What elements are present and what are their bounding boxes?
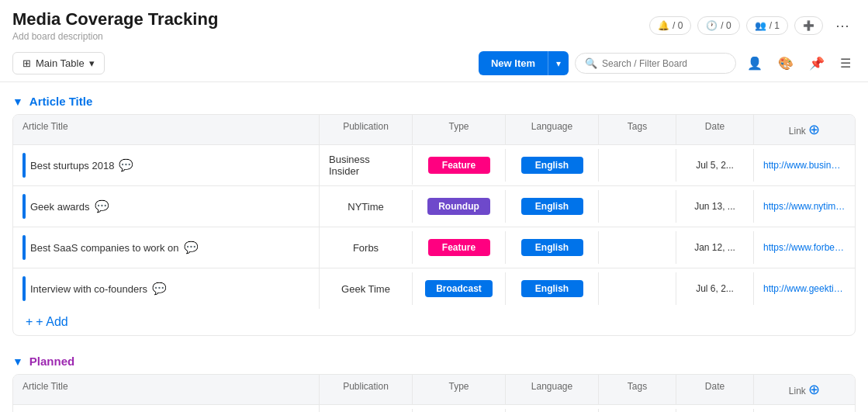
row-link: http://www.geektim... (754, 272, 855, 305)
row-title-cell: Best SaaS companies to work on 💬 (13, 227, 320, 268)
link-value[interactable]: https://www.nytime... (763, 201, 846, 212)
article-add-row[interactable]: + + Add (13, 309, 855, 335)
row-title: Geek awards (30, 201, 90, 213)
notifications-btn[interactable]: 🔔 / 0 (649, 16, 691, 35)
type-badge[interactable]: Feature (428, 239, 490, 256)
toolbar: ⊞ Main Table ▾ New Item ▾ 🔍 👤 🎨 📌 ☰ (0, 45, 868, 82)
row-publication: NYTime (320, 190, 413, 223)
table-row[interactable]: Best sturtups 2018 💬 Business Insider Fe… (13, 145, 855, 186)
row-language: English (506, 190, 599, 223)
invite-btn[interactable]: ➕ (794, 16, 823, 35)
new-item-btn[interactable]: New Item (479, 51, 548, 75)
link-value[interactable]: https://www.forbes... (763, 242, 846, 253)
table-row[interactable]: Best SaaS companies to work on 💬 Forbs F… (13, 227, 855, 268)
comment-icon[interactable]: 💬 (119, 158, 133, 172)
people-count: / 1 (769, 20, 780, 31)
row-type: Broadcast (413, 409, 506, 412)
row-publication: Business Insider (320, 146, 413, 185)
row-type: Broadcast (413, 272, 506, 305)
add-row-label: + Add (36, 315, 67, 329)
row-language: English (506, 272, 599, 305)
col-type: Type (413, 115, 506, 144)
row-indicator (22, 194, 26, 219)
row-link: http://www.busines... (754, 149, 855, 182)
row-tags (599, 272, 676, 305)
row-title: Best SaaS companies to work on (30, 242, 179, 254)
add-person-icon: ➕ (803, 20, 814, 31)
planned-col-date: Date (676, 375, 754, 404)
language-badge[interactable]: English (521, 157, 583, 174)
user-filter-btn[interactable]: 👤 (742, 53, 767, 74)
main-content: ▼ Article Title Article Title Publicatio… (0, 82, 868, 412)
article-chevron-icon[interactable]: ▼ (12, 95, 23, 108)
row-indicator (22, 235, 26, 260)
planned-group-header: ▼ Planned (12, 355, 856, 368)
row-type: Feature (413, 149, 506, 182)
planned-group-title: Planned (29, 355, 74, 368)
language-badge[interactable]: English (521, 280, 583, 297)
type-badge[interactable]: Roundup (427, 198, 490, 215)
theme-btn[interactable]: 🎨 (773, 53, 798, 74)
row-date: Jul 5, 2... (676, 149, 754, 182)
planned-rows: Funding round 💬 Forbs Broadcast English … (13, 405, 855, 412)
row-publication: Geek Time (320, 272, 413, 305)
row-tags (599, 231, 676, 264)
row-indicator (22, 153, 26, 178)
row-title: Best sturtups 2018 (30, 160, 114, 171)
bell-icon: 🔔 (658, 20, 669, 31)
comment-icon[interactable]: 💬 (152, 282, 167, 296)
row-language: English (506, 149, 599, 182)
col-date: Date (676, 115, 754, 144)
col-publication: Publication (320, 115, 413, 144)
row-link: https://www.nytime... (754, 190, 855, 223)
row-language: English (506, 231, 599, 264)
row-tags (599, 190, 676, 223)
language-badge[interactable]: English (521, 198, 583, 215)
new-item-dropdown-btn[interactable]: ▾ (548, 51, 569, 75)
planned-add-column-btn[interactable]: ⊕ (808, 381, 820, 398)
add-column-btn[interactable]: ⊕ (808, 121, 820, 138)
page-subtitle[interactable]: Add board description (12, 31, 218, 42)
clock-icon: 🕐 (706, 20, 718, 31)
toolbar-left: ⊞ Main Table ▾ (12, 52, 105, 74)
comment-icon[interactable]: 💬 (95, 199, 109, 213)
people-btn[interactable]: 👥 / 1 (746, 16, 788, 35)
type-badge[interactable]: Broadcast (425, 280, 493, 297)
row-title-cell: Funding round 💬 (13, 405, 320, 412)
row-link: https://www.forbes... (754, 409, 855, 412)
type-badge[interactable]: Feature (428, 157, 490, 174)
table-row[interactable]: Geek awards 💬 NYTime Roundup English Jun… (13, 186, 855, 227)
more-options-btn[interactable]: ⋯ (829, 14, 856, 37)
row-publication: Forbs (320, 409, 413, 412)
col-tags: Tags (599, 115, 676, 144)
filter-btn[interactable]: ☰ (835, 53, 856, 74)
article-group: ▼ Article Title Article Title Publicatio… (12, 95, 856, 336)
table-row[interactable]: Interview with co-founders 💬 Geek Time B… (13, 268, 855, 309)
search-icon: 🔍 (585, 57, 597, 69)
comment-icon[interactable]: 💬 (184, 241, 199, 254)
search-input[interactable] (602, 58, 726, 69)
header-icons: 🔔 / 0 🕐 / 0 👥 / 1 ➕ ⋯ (649, 14, 856, 37)
link-value[interactable]: http://www.busines... (763, 160, 846, 171)
pin-btn[interactable]: 📌 (804, 53, 829, 74)
row-publication: Forbs (320, 231, 413, 264)
row-title-cell: Interview with co-founders 💬 (13, 268, 320, 309)
row-title-cell: Best sturtups 2018 💬 (13, 145, 320, 185)
planned-col-language: Language (506, 375, 599, 404)
language-badge[interactable]: English (521, 239, 583, 256)
row-type: Feature (413, 231, 506, 264)
updates-btn[interactable]: 🕐 / 0 (697, 16, 739, 35)
planned-col-publication: Publication (320, 375, 413, 404)
chevron-down-icon: ▾ (89, 57, 95, 69)
table-row[interactable]: Funding round 💬 Forbs Broadcast English … (13, 405, 855, 412)
notifications-count: / 0 (673, 20, 683, 31)
row-date: Oct 31, ... (676, 409, 754, 412)
planned-chevron-icon[interactable]: ▼ (12, 355, 23, 368)
planned-col-link: Link ⊕ (754, 375, 855, 404)
link-value[interactable]: http://www.geektim... (763, 283, 846, 294)
article-group-title: Article Title (29, 95, 92, 108)
main-table-btn[interactable]: ⊞ Main Table ▾ (12, 52, 105, 74)
top-header: Media Coverage Tracking Add board descri… (0, 0, 868, 45)
row-date: Jun 13, ... (676, 190, 754, 223)
row-link: https://www.forbes... (754, 231, 855, 264)
